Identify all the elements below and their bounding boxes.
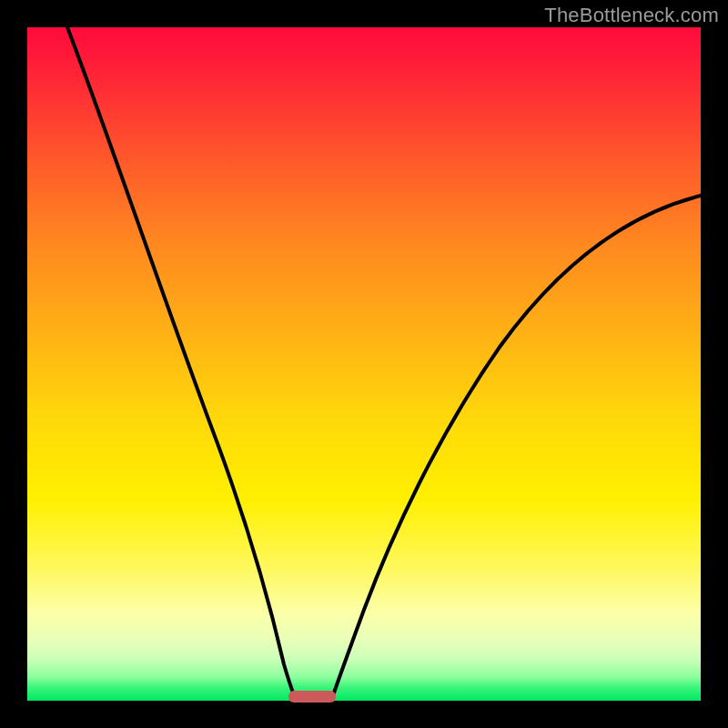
curve-left [67, 27, 297, 701]
watermark-text: TheBottleneck.com [544, 4, 719, 27]
chart-frame: TheBottleneck.com [0, 0, 728, 728]
bottleneck-curves [27, 27, 701, 701]
curve-right [331, 196, 701, 701]
optimal-marker [288, 691, 336, 703]
plot-area [27, 27, 701, 701]
